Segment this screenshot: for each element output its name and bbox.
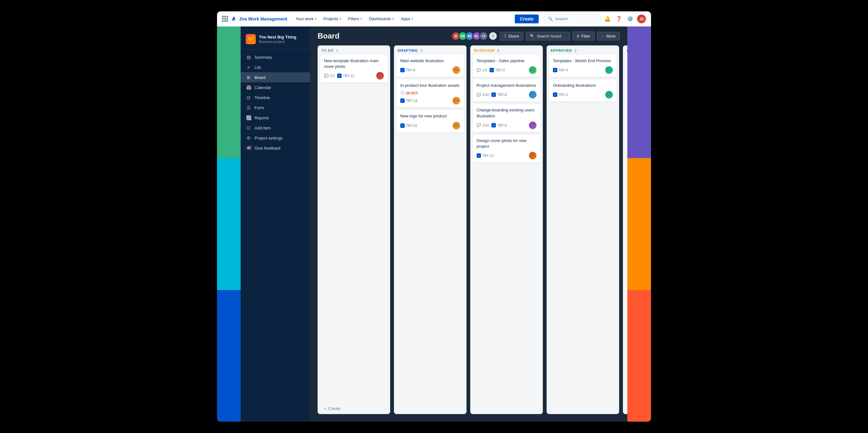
card-ticket: ✓ TBT-6 xyxy=(400,68,415,72)
card-meta: 💬 2/10 ✓ TBT-8 AK xyxy=(476,91,536,98)
filter-icon: ⧖ xyxy=(577,33,580,38)
card-tbt-12[interactable]: New template illustration main cover pho… xyxy=(320,55,388,83)
avatar-extra-count[interactable]: +3 xyxy=(479,32,488,40)
settings-button[interactable]: ⚙️ xyxy=(626,15,634,23)
card-tbt-13[interactable]: Design cover photo for new project ✓ TBT… xyxy=(473,135,540,163)
card-ticket: ✓ TBT-12 xyxy=(337,74,354,78)
chevron-icon: ▾ xyxy=(315,17,316,21)
project-type: Business project xyxy=(259,40,296,44)
column-todo-cards: New template illustration main cover pho… xyxy=(318,55,390,403)
card-avatar: EW xyxy=(453,66,460,74)
ticket-check-icon: ✓ xyxy=(400,123,405,128)
card-avatar: SM xyxy=(529,66,536,74)
card-tbt-9[interactable]: Change-boarding existing users illustrat… xyxy=(473,104,540,132)
nav-menu: Your work ▾ Projects ▾ Filters ▾ Dashboa… xyxy=(292,15,510,23)
timeline-icon: ⊟ xyxy=(246,95,251,100)
ticket-check-icon: ✓ xyxy=(400,98,405,103)
logo-area: Jira Work Management xyxy=(222,16,287,22)
card-avatar: AK xyxy=(529,91,536,98)
sidebar-item-summary[interactable]: ▤ Summary xyxy=(241,52,310,62)
project-header: 🧡 The Next Big Thing Business project xyxy=(241,32,310,50)
user-avatar[interactable]: JD xyxy=(637,15,646,23)
card-tbt-2[interactable]: Onboarding illustrations ✓ TBT-2 TL xyxy=(549,80,617,102)
card-tbt-3[interactable]: Templates - Sales pipeline 💬 1/2 ✓ xyxy=(473,55,540,77)
filter-button[interactable]: ⧖ Filter xyxy=(572,32,594,40)
card-avatar: TL xyxy=(605,91,613,98)
column-inreview-title: IN REVIEW xyxy=(474,49,495,52)
create-button[interactable]: Create xyxy=(515,15,539,23)
card-ticket: ✓ TBT-3 xyxy=(490,68,505,72)
right-color-bars xyxy=(627,27,651,422)
sidebar-item-reports[interactable]: 📈 Reports xyxy=(241,113,310,123)
sidebar-item-timeline[interactable]: ⊟ Timeline xyxy=(241,92,310,103)
global-search[interactable]: 🔍 Search xyxy=(544,15,600,23)
subtask-icon: 💬 xyxy=(324,74,329,78)
card-subtask: 💬 2/10 xyxy=(476,123,489,127)
ticket-check-icon: ✓ xyxy=(491,92,496,97)
card-avatar: PK xyxy=(529,152,536,160)
column-done-cards: Templates - Asset creation ✓ TBT-1 JD xyxy=(623,55,627,414)
add-assignee-button[interactable]: + xyxy=(489,32,497,40)
nav-projects[interactable]: Projects ▾ xyxy=(320,15,344,23)
ticket-check-icon: ✓ xyxy=(553,68,557,72)
project-icon: 🧡 xyxy=(246,34,256,44)
card-avatar: JD xyxy=(376,72,384,80)
sidebar-item-board[interactable]: ⊞ Board xyxy=(241,72,310,82)
column-inreview: IN REVIEW 4 Templates - Sales pipeline 💬 xyxy=(470,46,543,414)
nav-filters[interactable]: Filters ▾ xyxy=(345,15,365,23)
nav-your-work[interactable]: Your work ▾ xyxy=(292,15,319,23)
column-todo: TO DO 1 New template illustration main c… xyxy=(318,46,390,414)
column-todo-title: TO DO xyxy=(321,49,334,52)
form-icon: ☰ xyxy=(246,105,251,110)
chevron-icon: ▾ xyxy=(392,17,394,21)
card-subtask: 💬 1/2 xyxy=(476,68,487,72)
card-tbt-4[interactable]: Templates - Month End Process ✓ TBT-4 TL xyxy=(549,55,617,77)
sidebar-item-calendar[interactable]: 📅 Calendar xyxy=(241,82,310,92)
nav-dashboards[interactable]: Dashboards ▾ xyxy=(366,15,397,23)
help-button[interactable]: ❓ xyxy=(614,15,623,23)
sidebar-item-list[interactable]: ≡ List xyxy=(241,62,310,72)
ticket-check-icon: ✓ xyxy=(400,68,405,72)
search-board-button[interactable]: 🔍 Search board xyxy=(526,32,570,40)
card-meta: 💬 2/10 ✓ TBT-9 RL xyxy=(476,121,536,129)
column-approved-title: APPROVED xyxy=(550,49,572,52)
notifications-button[interactable]: 🔔 xyxy=(603,15,612,23)
chevron-icon: ▾ xyxy=(361,17,362,21)
sidebar-item-settings[interactable]: ⚙ Project settings xyxy=(241,133,310,143)
card-meta: ✓ TBT-32 EW xyxy=(400,122,460,129)
card-tbt-18[interactable]: In-product tour illustration assets 🕐 28… xyxy=(397,80,464,108)
top-navigation: Jira Work Management Your work ▾ Project… xyxy=(217,11,651,27)
card-tbt-8[interactable]: Project management illustrations 💬 2/10 … xyxy=(473,80,540,102)
card-meta-left: 💬 2/10 ✓ TBT-8 xyxy=(476,92,506,97)
search-icon: 🔍 xyxy=(548,17,553,21)
card-tbt-6[interactable]: Main website illustration ✓ TBT-6 EW xyxy=(397,55,464,77)
sidebar-item-feedback[interactable]: 📢 Give feedback xyxy=(241,143,310,153)
create-card-button[interactable]: + Create xyxy=(320,404,388,413)
column-approved-cards: Templates - Month End Process ✓ TBT-4 TL xyxy=(547,55,619,414)
sidebar-item-additem[interactable]: ⊡ Add item xyxy=(241,123,310,133)
more-button[interactable]: ··· More xyxy=(597,32,620,40)
card-subtask: 💬 2/10 xyxy=(476,93,489,97)
card-title: New template illustration main cover pho… xyxy=(324,58,384,69)
card-subtask: 💬 1/2 xyxy=(324,74,335,78)
card-ticket: ✓ TBT-13 xyxy=(476,153,494,158)
card-meta: ✓ TBT-18 EW xyxy=(400,97,460,105)
share-button[interactable]: ⤴ Share xyxy=(500,32,523,40)
sidebar: 🧡 The Next Big Thing Business project ▤ … xyxy=(241,27,310,422)
subtask-icon: 💬 xyxy=(476,123,481,127)
ticket-check-icon: ✓ xyxy=(337,74,342,78)
board-title: Board xyxy=(318,32,447,40)
board-icon: ⊞ xyxy=(246,75,251,80)
sidebar-item-form[interactable]: ☰ Form xyxy=(241,103,310,113)
card-tbt-32[interactable]: New logo for new product ✓ TBT-32 EW xyxy=(397,110,464,132)
grid-icon[interactable] xyxy=(222,16,228,22)
column-drafting-title: DRAFTING xyxy=(398,49,418,52)
ticket-check-icon: ✓ xyxy=(553,92,557,97)
ticket-check-icon: ✓ xyxy=(491,123,496,127)
settings-icon: ⚙ xyxy=(246,135,251,140)
nav-apps[interactable]: Apps ▾ xyxy=(398,15,416,23)
card-title: New logo for new product xyxy=(400,113,460,119)
card-title: Change-boarding existing users illustrat… xyxy=(476,107,536,119)
color-bar-green xyxy=(217,27,241,158)
board-area: TO DO 1 New template illustration main c… xyxy=(310,46,627,422)
